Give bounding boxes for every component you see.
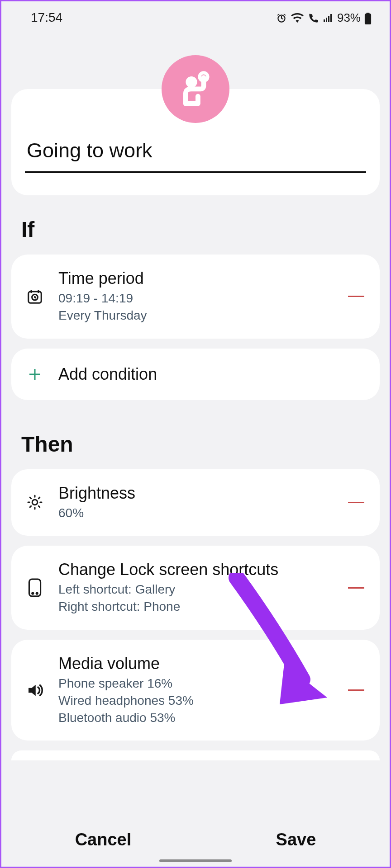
time-period-title: Time period <box>58 269 333 288</box>
calendar-clock-icon <box>25 288 45 305</box>
brightness-value: 60% <box>58 505 333 522</box>
routine-name-input[interactable] <box>25 135 366 173</box>
cancel-button[interactable]: Cancel <box>75 830 132 849</box>
minus-icon <box>348 689 364 691</box>
lock-screen-shortcuts-card[interactable]: Change Lock screen shortcuts Left shortc… <box>11 546 380 630</box>
battery-percent: 93% <box>337 11 361 25</box>
lock-screen-title: Change Lock screen shortcuts <box>58 560 333 579</box>
routine-avatar[interactable] <box>162 55 229 123</box>
brightness-icon <box>25 493 45 511</box>
svg-point-9 <box>36 593 38 594</box>
lock-screen-left: Left shortcut: Gallery <box>58 581 333 598</box>
svg-point-2 <box>186 76 197 88</box>
media-volume-title: Media volume <box>58 654 333 673</box>
time-period-range: 09:19 - 14:19 <box>58 290 333 307</box>
remove-time-period-button[interactable] <box>346 287 366 307</box>
svg-point-6 <box>32 500 38 505</box>
signal-icon <box>323 11 334 25</box>
status-icons: 93% <box>276 11 372 25</box>
if-section-header: If <box>1 195 390 255</box>
minus-icon <box>348 502 364 503</box>
plus-icon <box>25 366 45 382</box>
media-volume-speaker: Phone speaker 16% <box>58 675 333 692</box>
lock-screen-right: Right shortcut: Phone <box>58 598 333 615</box>
then-section-header: Then <box>1 410 390 469</box>
brightness-title: Brightness <box>58 484 333 503</box>
svg-rect-7 <box>29 579 40 596</box>
brightness-card[interactable]: Brightness 60% <box>11 469 380 536</box>
wifi-icon <box>291 11 304 25</box>
status-bar: 17:54 93% <box>1 1 390 30</box>
status-time: 17:54 <box>31 10 62 25</box>
battery-icon <box>364 11 372 25</box>
alarm-icon <box>276 11 287 25</box>
call-icon <box>307 11 319 25</box>
commute-icon <box>175 68 216 110</box>
phone-device-icon <box>25 578 45 598</box>
svg-rect-0 <box>365 14 371 24</box>
media-volume-wired: Wired headphones 53% <box>58 692 333 709</box>
save-button[interactable]: Save <box>276 830 316 849</box>
svg-rect-1 <box>366 13 369 14</box>
time-period-recurrence: Every Thursday <box>58 307 333 324</box>
minus-icon <box>348 296 364 297</box>
time-period-card[interactable]: Time period 09:19 - 14:19 Every Thursday <box>11 255 380 339</box>
svg-point-8 <box>32 593 33 594</box>
media-volume-bluetooth: Bluetooth audio 53% <box>58 709 333 726</box>
add-condition-button[interactable]: Add condition <box>11 349 380 400</box>
speaker-icon <box>25 681 45 700</box>
minus-icon <box>348 587 364 589</box>
remove-media-volume-button[interactable] <box>346 680 366 700</box>
remove-brightness-button[interactable] <box>346 492 366 512</box>
remove-lock-screen-button[interactable] <box>346 578 366 598</box>
navigation-handle[interactable] <box>159 859 232 862</box>
add-condition-label: Add condition <box>58 365 157 384</box>
next-card-peek <box>11 750 380 760</box>
media-volume-card[interactable]: Media volume Phone speaker 16% Wired hea… <box>11 640 380 741</box>
routine-avatar-container <box>1 30 390 123</box>
